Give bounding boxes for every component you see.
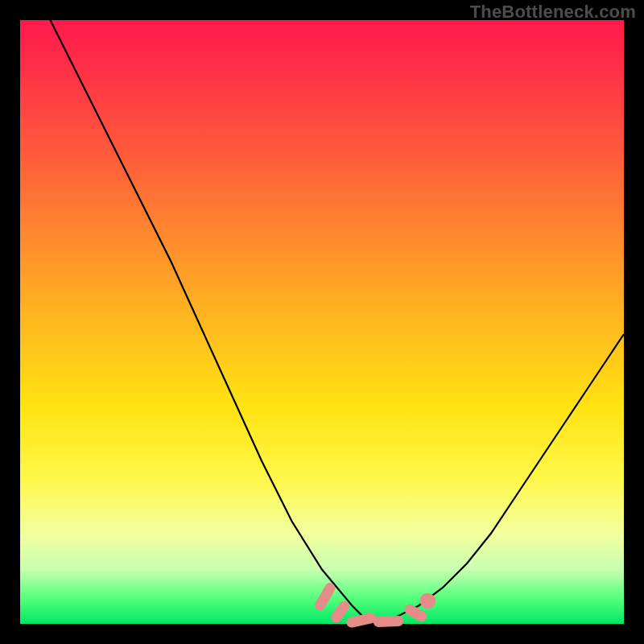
chart-frame: TheBottleneck.com	[0, 0, 644, 644]
trough-marker	[374, 616, 404, 627]
trough-marker	[313, 581, 337, 613]
chart-svg	[20, 20, 624, 624]
plot-area	[20, 20, 624, 624]
curve-path	[51, 20, 625, 624]
watermark-text: TheBottleneck.com	[470, 2, 636, 23]
bottleneck-curve	[51, 20, 625, 624]
trough-marker	[420, 593, 436, 609]
trough-markers	[313, 581, 436, 629]
